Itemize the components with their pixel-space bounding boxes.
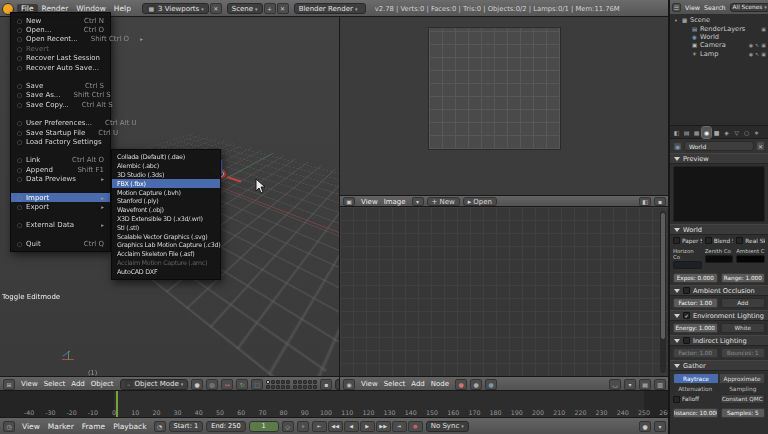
render-engine-select[interactable]: Blender Render ▾	[294, 3, 366, 14]
layer-dot[interactable]	[313, 385, 317, 389]
manipulator-scale-button[interactable]: □	[251, 379, 263, 390]
gather-samples-slider[interactable]: Samples: 5	[721, 408, 766, 418]
import-item-stl-stl[interactable]: Stl (.stl)	[112, 223, 220, 232]
layer-dot[interactable]	[293, 385, 297, 389]
outliner-filter-select[interactable]: All Scenes ▾	[730, 3, 768, 12]
outliner-row-world[interactable]: ◉World	[670, 33, 768, 41]
viewport-menu-view[interactable]: View	[18, 380, 41, 388]
layer-dot[interactable]	[286, 385, 290, 389]
expander-icon[interactable]: ▾	[673, 18, 679, 23]
timeline-menu-view[interactable]: View	[18, 422, 44, 431]
file-menu-item-save-as[interactable]: ▢Save As...Shift Ctrl S	[11, 91, 110, 100]
viewport-menu-add[interactable]: Add	[68, 380, 88, 388]
checkbox-blend-s[interactable]: Blend S	[705, 237, 734, 244]
viewport-menu-object[interactable]: Object	[88, 380, 117, 388]
select-toggle-icon[interactable]: ↖	[755, 51, 759, 57]
file-menu-item-open-recent[interactable]: ▢Open Recent...Shift Ctrl O▸	[11, 35, 110, 44]
ambient-occlusion-checkbox[interactable]	[683, 287, 690, 294]
environment-lighting-checkbox[interactable]: ✓	[683, 312, 690, 319]
gather-raytrace-button[interactable]: Raytrace	[673, 373, 719, 384]
outliner-menu-search[interactable]: Search	[702, 4, 728, 11]
delete-layout-button[interactable]: ✕	[210, 3, 222, 14]
editor-type-3d-icon[interactable]: ⊞	[3, 379, 15, 390]
file-menu-item-save[interactable]: ▢SaveCtrl S	[11, 81, 110, 90]
next-keyframe-button[interactable]: ▶▶	[376, 421, 391, 432]
properties-tab-object-data[interactable]: ▽	[732, 127, 741, 138]
file-menu-item-data-previews[interactable]: ▢Data Previews▸	[11, 174, 110, 183]
range-slider[interactable]: Range: 1.000	[721, 273, 766, 283]
exposure-slider[interactable]: Expos: 0.000	[673, 273, 718, 283]
prev-keyframe-button[interactable]: ◀◀	[328, 421, 343, 432]
import-item-acclaim-motion-capture-amc[interactable]: Acclaim Motion Capture (.amc)	[112, 259, 220, 268]
import-item-motion-capture-bvh[interactable]: Motion Capture (.bvh)	[112, 188, 220, 197]
play-button[interactable]: ▶	[360, 421, 375, 432]
layer-dot[interactable]	[298, 385, 302, 389]
ao-blend-select[interactable]: Add	[721, 298, 766, 308]
delete-scene-button[interactable]: ✕	[277, 3, 289, 14]
viewport-menu-select[interactable]: Select	[41, 380, 69, 388]
world-datablock-select[interactable]: World	[684, 141, 754, 151]
color-swatch-ambient-c[interactable]	[736, 255, 765, 263]
file-menu-item-open[interactable]: ▢Open...Ctrl O	[11, 25, 110, 34]
file-menu-item-save-copy[interactable]: ▢Save Copy...Ctrl Alt S	[11, 100, 110, 109]
editor-type-node-icon[interactable]: ◉	[343, 379, 355, 390]
browse-image-icon[interactable]: ▾	[412, 197, 424, 206]
gather-panel-header[interactable]: Gather	[670, 360, 768, 371]
properties-tab-particles[interactable]: ∗	[752, 127, 761, 138]
outliner-menu-view[interactable]: View	[683, 4, 702, 11]
node-editor-view[interactable]	[340, 207, 669, 377]
jump-to-end-button[interactable]: ⇥	[392, 421, 407, 432]
image-editor-view[interactable]	[340, 17, 669, 196]
av-sync-select[interactable]: No Sync ▾	[426, 421, 469, 432]
node-editor-scrollbar[interactable]	[660, 211, 666, 373]
import-item-alembic-abc[interactable]: Alembic (.abc)	[112, 162, 220, 171]
layer-dot[interactable]	[266, 380, 270, 384]
file-menu-item-link[interactable]: ▢LinkCtrl Alt O	[11, 156, 110, 165]
image-new-button[interactable]: +New	[427, 197, 460, 206]
outliner-row-camera[interactable]: ▣Camera◉↖▣	[670, 41, 768, 49]
indirect-lighting-checkbox[interactable]	[683, 337, 690, 344]
import-item-fbx-fbx[interactable]: FBX (.fbx)	[112, 179, 220, 188]
node-menu-add[interactable]: Add	[408, 380, 428, 388]
snap-mode-select[interactable]: ▾	[624, 379, 636, 390]
compositing-nodes-icon[interactable]: ●	[470, 379, 482, 390]
file-menu-item-append[interactable]: ▢AppendShift F1	[11, 165, 110, 174]
indirect-lighting-panel-header[interactable]: Indirect Lighting	[670, 335, 768, 346]
import-item-autocad-dxf[interactable]: AutoCAD DXF	[112, 267, 220, 276]
file-menu-item-new[interactable]: ▢NewCtrl N	[11, 16, 110, 25]
layer-dot[interactable]	[276, 380, 280, 384]
pin-icon[interactable]: ▪	[654, 197, 666, 206]
editor-type-timeline-icon[interactable]: ◷	[3, 421, 15, 432]
timeline-menu-frame[interactable]: Frame	[78, 422, 109, 431]
file-menu-item-save-startup-file[interactable]: ▢Save Startup FileCtrl U	[11, 128, 110, 137]
texture-nodes-icon[interactable]: ●	[485, 379, 497, 390]
layer-dot[interactable]	[308, 385, 312, 389]
image-open-button[interactable]: ▸Open	[463, 197, 497, 206]
image-menu-view[interactable]: View	[358, 198, 381, 206]
indirect-bounces-slider[interactable]: Bounces: 1	[721, 348, 766, 358]
file-menu-item-user-preferences[interactable]: ▢User Preferences...Ctrl Alt U	[11, 119, 110, 128]
layer-dot[interactable]	[303, 380, 307, 384]
manipulator-rotate-button[interactable]: ↻	[236, 379, 248, 390]
timeline-menu-marker[interactable]: Marker	[44, 422, 78, 431]
import-item-3d-studio-3ds[interactable]: 3D Studio (.3ds)	[112, 171, 220, 180]
mode-select[interactable]: ◦ Object Mode ▾	[120, 379, 189, 390]
properties-tab-render[interactable]: ◧	[672, 127, 681, 138]
properties-tab-object[interactable]: ■	[712, 127, 721, 138]
frame-start-field[interactable]: Start: 1	[169, 421, 204, 432]
viewport-shading-select[interactable]: ●	[191, 379, 203, 390]
file-menu-item-recover-auto-save[interactable]: ▢Recover Auto Save...	[11, 63, 110, 72]
lock-icon[interactable]: ▪	[320, 379, 332, 390]
file-menu-item-load-factory-settings[interactable]: ▢Load Factory Settings	[11, 137, 110, 146]
current-frame-playhead[interactable]	[116, 391, 118, 418]
env-energy-slider[interactable]: Energy: 1.000	[673, 323, 718, 333]
import-item-collada-default-dae[interactable]: Collada (Default) (.dae)	[112, 153, 220, 162]
file-menu-item-export[interactable]: ▢Export▸	[11, 202, 110, 211]
frame-end-field[interactable]: End: 250	[206, 421, 245, 432]
layer-dot[interactable]	[266, 385, 270, 389]
checkbox-real-sk[interactable]: Real Sk	[736, 237, 765, 244]
visible-toggle-icon[interactable]: ◉	[749, 51, 753, 57]
layer-dot[interactable]	[303, 385, 307, 389]
import-item-graphics-lab-motion-capture-c3d[interactable]: Graphics Lab Motion Capture (.c3d)	[112, 241, 220, 250]
render-toggle-icon[interactable]: ▣	[761, 51, 766, 57]
